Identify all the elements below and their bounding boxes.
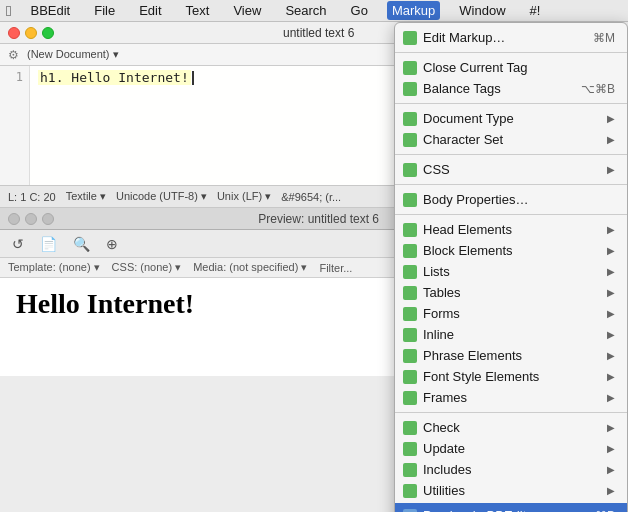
- menu-icon-close-tag: [403, 61, 417, 75]
- shortcut-preview: ⌘P: [595, 509, 615, 513]
- arrow-includes: ▶: [607, 464, 615, 475]
- menubar-search[interactable]: Search: [280, 1, 331, 20]
- menu-label-phrase-elements: Phrase Elements: [423, 348, 607, 363]
- line-number-1: 1: [6, 70, 23, 84]
- menu-icon-head-elements: [403, 223, 417, 237]
- editor-text: h1. Hello Internet!: [38, 70, 191, 85]
- menubar-text[interactable]: Text: [181, 1, 215, 20]
- minimize-button[interactable]: [25, 27, 37, 39]
- menu-inline[interactable]: Inline ▶: [395, 324, 627, 345]
- menu-tables[interactable]: Tables ▶: [395, 282, 627, 303]
- separator-4: [395, 184, 627, 185]
- menubar-edit[interactable]: Edit: [134, 1, 166, 20]
- menu-icon-preview: [403, 509, 417, 513]
- menu-icon-body-properties: [403, 193, 417, 207]
- menubar-bbedit[interactable]: BBEdit: [25, 1, 75, 20]
- extra-info: &#9654; (r...: [281, 191, 341, 203]
- menu-label-edit-markup: Edit Markup…: [423, 30, 593, 45]
- preview-max[interactable]: [42, 213, 54, 225]
- arrow-lists: ▶: [607, 266, 615, 277]
- new-document-label[interactable]: (New Document) ▾: [27, 48, 119, 61]
- menu-icon-utilities: [403, 484, 417, 498]
- menu-forms[interactable]: Forms ▶: [395, 303, 627, 324]
- zoom-button[interactable]: 🔍: [69, 234, 94, 254]
- menu-preview-bbedit[interactable]: Preview in BBEdit ⌘P: [395, 503, 627, 512]
- menu-label-utilities: Utilities: [423, 483, 607, 498]
- menu-icon-lists: [403, 265, 417, 279]
- template-selector[interactable]: Template: (none) ▾: [8, 261, 100, 274]
- snapshot-button[interactable]: 📄: [36, 234, 61, 254]
- arrow-inline: ▶: [607, 329, 615, 340]
- menu-label-document-type: Document Type: [423, 111, 607, 126]
- apple-menu[interactable]: : [6, 2, 11, 19]
- maximize-button[interactable]: [42, 27, 54, 39]
- markup-menu: Edit Markup… ⌘M Close Current Tag Balanc…: [394, 22, 628, 512]
- menu-block-elements[interactable]: Block Elements ▶: [395, 240, 627, 261]
- css-selector[interactable]: CSS: (none) ▾: [112, 261, 182, 274]
- menu-icon-document-type: [403, 112, 417, 126]
- menubar-go[interactable]: Go: [346, 1, 373, 20]
- shortcut-edit-markup: ⌘M: [593, 31, 615, 45]
- menubar-file[interactable]: File: [89, 1, 120, 20]
- menu-label-preview: Preview in BBEdit: [423, 508, 595, 512]
- line-ending-selector[interactable]: Unix (LF) ▾: [217, 190, 271, 203]
- menu-includes[interactable]: Includes ▶: [395, 459, 627, 480]
- preview-traffic-lights: [8, 213, 54, 225]
- arrow-update: ▶: [607, 443, 615, 454]
- menu-update[interactable]: Update ▶: [395, 438, 627, 459]
- settings-button[interactable]: ⊕: [102, 234, 122, 254]
- menu-check[interactable]: Check ▶: [395, 417, 627, 438]
- menu-label-lists: Lists: [423, 264, 607, 279]
- menu-font-style-elements[interactable]: Font Style Elements ▶: [395, 366, 627, 387]
- menu-label-forms: Forms: [423, 306, 607, 321]
- menu-character-set[interactable]: Character Set ▶: [395, 129, 627, 150]
- separator-5: [395, 214, 627, 215]
- menu-edit-markup[interactable]: Edit Markup… ⌘M: [395, 27, 627, 48]
- preview-min[interactable]: [25, 213, 37, 225]
- menu-icon-frames: [403, 391, 417, 405]
- menubar-markup[interactable]: Markup: [387, 1, 440, 20]
- arrow-head-elements: ▶: [607, 224, 615, 235]
- arrow-css: ▶: [607, 164, 615, 175]
- arrow-forms: ▶: [607, 308, 615, 319]
- menu-lists[interactable]: Lists ▶: [395, 261, 627, 282]
- menu-utilities[interactable]: Utilities ▶: [395, 480, 627, 501]
- menu-label-head-elements: Head Elements: [423, 222, 607, 237]
- menu-label-inline: Inline: [423, 327, 607, 342]
- arrow-character-set: ▶: [607, 134, 615, 145]
- encoding-selector[interactable]: Unicode (UTF-8) ▾: [116, 190, 207, 203]
- menu-balance-tags[interactable]: Balance Tags ⌥⌘B: [395, 78, 627, 99]
- menu-icon-forms: [403, 307, 417, 321]
- cursor-position: L: 1 C: 20: [8, 191, 56, 203]
- menu-frames[interactable]: Frames ▶: [395, 387, 627, 408]
- menu-icon-tables: [403, 286, 417, 300]
- menubar-window[interactable]: Window: [454, 1, 510, 20]
- menubar-hash[interactable]: #!: [525, 1, 546, 20]
- separator-1: [395, 52, 627, 53]
- media-selector[interactable]: Media: (not specified) ▾: [193, 261, 307, 274]
- menu-label-font-style: Font Style Elements: [423, 369, 607, 384]
- menu-label-balance-tags: Balance Tags: [423, 81, 581, 96]
- menu-icon-edit-markup: [403, 31, 417, 45]
- menu-phrase-elements[interactable]: Phrase Elements ▶: [395, 345, 627, 366]
- separator-2: [395, 103, 627, 104]
- menu-label-css: CSS: [423, 162, 607, 177]
- arrow-utilities: ▶: [607, 485, 615, 496]
- menu-label-frames: Frames: [423, 390, 607, 405]
- menu-label-close-tag: Close Current Tag: [423, 60, 615, 75]
- preview-close[interactable]: [8, 213, 20, 225]
- menu-document-type[interactable]: Document Type ▶: [395, 108, 627, 129]
- filter-selector[interactable]: Filter...: [319, 262, 352, 274]
- menu-head-elements[interactable]: Head Elements ▶: [395, 219, 627, 240]
- menu-body-properties[interactable]: Body Properties…: [395, 189, 627, 210]
- refresh-button[interactable]: ↺: [8, 234, 28, 254]
- arrow-tables: ▶: [607, 287, 615, 298]
- language-selector[interactable]: Textile ▾: [66, 190, 106, 203]
- shortcut-balance-tags: ⌥⌘B: [581, 82, 615, 96]
- menu-label-tables: Tables: [423, 285, 607, 300]
- menu-icon-check: [403, 421, 417, 435]
- close-button[interactable]: [8, 27, 20, 39]
- menubar-view[interactable]: View: [228, 1, 266, 20]
- menu-css[interactable]: CSS ▶: [395, 159, 627, 180]
- menu-close-current-tag[interactable]: Close Current Tag: [395, 57, 627, 78]
